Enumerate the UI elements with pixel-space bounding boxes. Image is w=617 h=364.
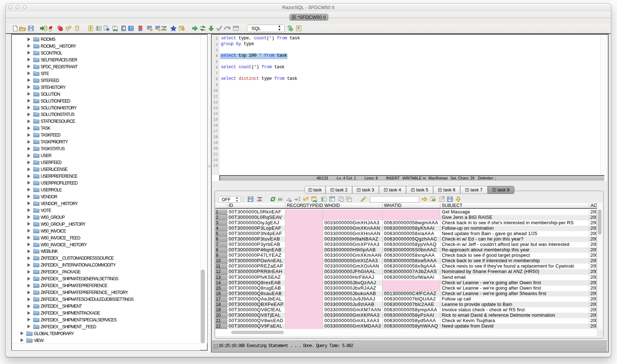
svg-text:66: 66 <box>278 196 283 202</box>
